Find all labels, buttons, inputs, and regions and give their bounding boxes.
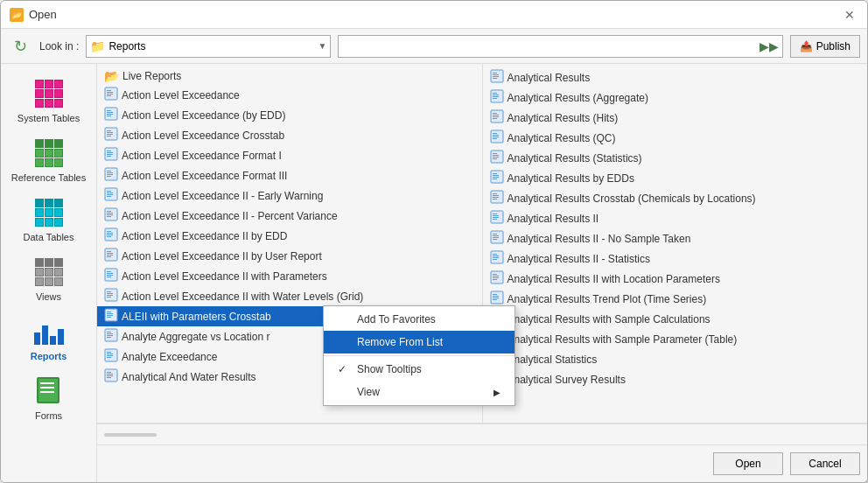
forms-label: Forms (35, 410, 62, 421)
report-icon (490, 89, 504, 106)
sidebar-item-reports[interactable]: Reports (1, 311, 96, 367)
refresh-button[interactable]: ↻ (8, 34, 32, 59)
report-icon (104, 368, 118, 385)
file-name: Analytical Results with Sample Parameter… (508, 333, 738, 346)
close-button[interactable]: ✕ (841, 6, 858, 24)
svg-rect-66 (107, 352, 111, 353)
file-name: Action Level Exceedance Crosstab (122, 130, 284, 142)
svg-rect-9 (107, 116, 111, 116)
svg-rect-104 (493, 178, 497, 179)
list-item[interactable]: Analytical Results Crosstab (Chemicals b… (483, 188, 868, 208)
svg-rect-68 (107, 355, 113, 356)
sidebar-item-views[interactable]: Views (1, 251, 96, 307)
file-name: Action Level Exceedance II with Paramete… (122, 270, 327, 283)
svg-rect-123 (493, 257, 499, 258)
cancel-button[interactable]: Cancel (790, 452, 860, 475)
context-menu: Add To FavoritesRemove From List✓Show To… (323, 305, 515, 406)
list-item[interactable]: Action Level Exceedance Format III (97, 165, 482, 186)
svg-rect-91 (493, 133, 497, 134)
list-item[interactable]: Action Level Exceedance II by User Repor… (97, 246, 482, 266)
list-item[interactable]: Action Level Exceedance II with Water Le… (97, 286, 482, 306)
context-menu-item-view[interactable]: View▶ (324, 381, 514, 403)
file-name: Analytical Results (Aggregate) (508, 92, 648, 104)
list-item[interactable]: Analytical Results with Sample Calculati… (483, 309, 868, 329)
list-item[interactable]: Analytical Survey Results (483, 369, 868, 389)
svg-rect-98 (493, 157, 499, 158)
look-in-combo[interactable]: 📁 Reports ▼ (86, 35, 331, 58)
report-icon (490, 230, 504, 247)
file-name: Action Level Exceedance II by EDD (122, 230, 287, 242)
svg-rect-126 (493, 274, 497, 275)
list-item[interactable]: Analytical Results II (483, 208, 868, 228)
svg-rect-42 (107, 253, 113, 254)
search-input[interactable] (342, 40, 759, 52)
list-item[interactable]: Action Level Exceedance II by EDD (97, 226, 482, 246)
list-item[interactable]: Action Level Exceedance II - Percent Var… (97, 206, 482, 226)
sidebar-item-data-tables[interactable]: Data Tables (1, 192, 96, 248)
file-name: Action Level Exceedance II by User Repor… (122, 250, 322, 262)
list-item[interactable]: Analytical Statistics (483, 349, 868, 369)
content-area: 📂Live ReportsAction Level ExceedanceActi… (97, 64, 867, 482)
list-item[interactable]: Action Level Exceedance (97, 85, 482, 105)
list-item[interactable]: Analytical Results (Aggregate) (483, 88, 868, 108)
sidebar-item-reference-tables[interactable]: Reference Tables (1, 132, 96, 188)
svg-rect-44 (107, 256, 111, 257)
report-icon (104, 167, 118, 184)
context-menu-label: Remove From List (357, 336, 443, 348)
reports-icon (33, 316, 65, 347)
file-name: Analytical And Water Results (122, 371, 256, 383)
context-menu-label: Add To Favorites (357, 313, 436, 326)
file-name: Analytical Results (508, 72, 591, 84)
list-item[interactable]: Analytical Results (Hits) (483, 108, 868, 128)
svg-rect-128 (493, 277, 499, 278)
report-icon (104, 107, 118, 123)
publish-icon: 📤 (800, 40, 813, 52)
list-item[interactable]: Action Level Exceedance (by EDD) (97, 105, 482, 125)
svg-rect-33 (107, 214, 113, 215)
file-name: Analytical Results by EDDs (508, 172, 634, 185)
list-item[interactable]: Analytical Results Trend Plot (Time Seri… (483, 289, 868, 309)
svg-rect-71 (107, 372, 111, 373)
list-item[interactable]: Analytical Results (483, 67, 868, 88)
list-item[interactable]: Action Level Exceedance Format I (97, 145, 482, 165)
context-menu-item-add-to-favorites[interactable]: Add To Favorites (324, 308, 514, 331)
open-button[interactable]: Open (713, 452, 783, 475)
file-name: Action Level Exceedance Format I (122, 150, 282, 162)
list-item[interactable]: 📂Live Reports (97, 67, 482, 85)
list-item[interactable]: Action Level Exceedance II - Early Warni… (97, 186, 482, 206)
svg-rect-122 (493, 256, 499, 256)
svg-rect-127 (493, 276, 499, 276)
sidebar-item-forms[interactable]: Forms (1, 370, 96, 426)
title-bar: 📂 Open ✕ (1, 1, 867, 29)
svg-rect-6 (107, 110, 111, 111)
report-icon (104, 87, 118, 103)
list-item[interactable]: Analytical Results by EDDs (483, 168, 868, 188)
svg-rect-26 (107, 191, 111, 192)
list-item[interactable]: Analytical Results (QC) (483, 128, 868, 148)
file-name: Analytical Results II with Location Para… (508, 273, 720, 285)
search-box[interactable]: ▶▶ (338, 35, 782, 58)
svg-rect-64 (107, 337, 111, 338)
svg-rect-47 (107, 273, 113, 274)
svg-rect-77 (493, 74, 499, 75)
dialog-title: Open (29, 8, 57, 21)
publish-button[interactable]: 📤 Publish (790, 35, 860, 58)
list-item[interactable]: Analytical Results with Sample Parameter… (483, 329, 868, 349)
file-name: Analytical Results II - No Sample Taken (508, 233, 691, 245)
list-item[interactable]: Analytical Results II - No Sample Taken (483, 228, 868, 248)
svg-rect-108 (493, 197, 499, 198)
svg-rect-32 (107, 213, 113, 214)
context-menu-item-remove-from-list[interactable]: Remove From List (324, 331, 514, 354)
list-item[interactable]: Action Level Exceedance II with Paramete… (97, 266, 482, 286)
list-item[interactable]: Action Level Exceedance Crosstab (97, 125, 482, 145)
list-item[interactable]: Analytical Results II with Location Para… (483, 269, 868, 289)
sidebar-item-system-tables[interactable]: System Tables (1, 73, 96, 129)
context-menu-item-show-tooltips[interactable]: ✓Show Tooltips (324, 358, 514, 381)
svg-rect-13 (107, 134, 113, 135)
combo-arrow-icon: ▼ (318, 41, 326, 51)
svg-rect-8 (107, 114, 113, 115)
list-item[interactable]: Analytical Results II - Statistics (483, 248, 868, 269)
svg-rect-121 (493, 254, 497, 255)
list-item[interactable]: Analytical Results (Statistics) (483, 148, 868, 168)
report-icon (490, 270, 504, 287)
